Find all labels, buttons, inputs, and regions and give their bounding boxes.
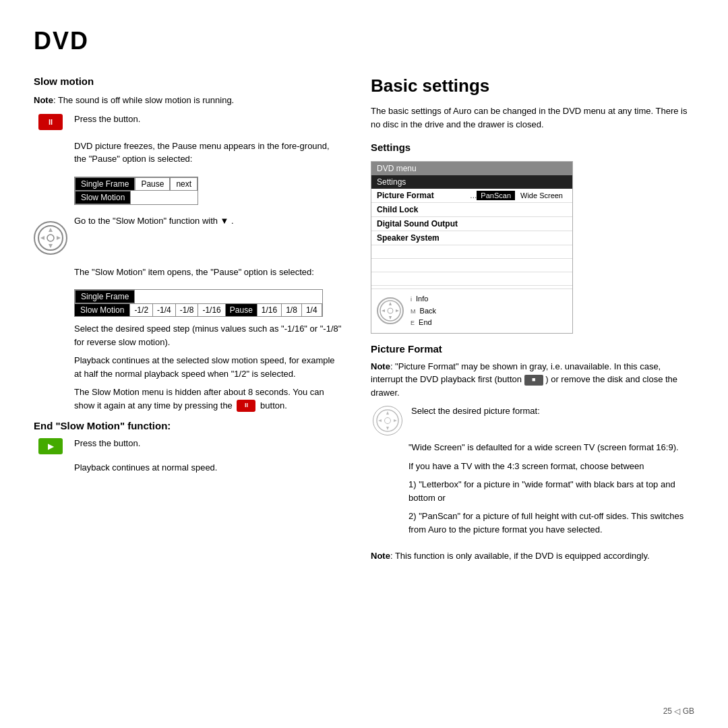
svg-marker-17 [394, 419, 397, 422]
press-end-text-col: Press the button. [74, 437, 344, 456]
dvd-nav-keys: i Info M Back E End [411, 293, 436, 329]
end-title: End "Slow Motion" function: [34, 420, 344, 431]
wide-screen-text: "Wide Screen" is defaulted for a wide sc… [408, 441, 694, 454]
svg-point-7 [388, 308, 393, 313]
dvd-nav-bottom: i Info M Back E End [371, 289, 572, 333]
slow-motion-note: Note: The sound is off while slow motion… [34, 94, 344, 107]
menu-cell-singleframe: Single Frame [75, 177, 135, 191]
svg-marker-2 [49, 228, 53, 232]
speed-14: 1/4 [302, 304, 322, 316]
nav-info: i Info [411, 293, 436, 305]
picture-format-title: Picture Format [371, 343, 694, 355]
speed-bar-bottom: Slow Motion -1/2 -1/4 -1/8 -1/16 Pause 1… [75, 304, 322, 316]
playback-normal-section: Playback continues at normal speed. [74, 461, 344, 475]
nav-circle-col [34, 214, 67, 260]
note-label: Note [34, 95, 53, 105]
right-intro: The basic settings of Auro can be change… [371, 104, 694, 131]
play-icon-col: ▶ [34, 437, 67, 454]
dvd-empty-row-3 [371, 272, 572, 286]
format-43-text: If you have a TV with the 4:3 screen for… [408, 460, 694, 473]
speed-m116: -1/16 [198, 304, 225, 316]
pf-nav-circle [373, 406, 402, 435]
select-format-text: Select the desired picture format: [411, 404, 694, 418]
svg-point-13 [385, 418, 391, 424]
note-text: : The sound is off while slow motion is … [53, 95, 234, 105]
svg-marker-15 [386, 427, 389, 430]
svg-marker-16 [378, 419, 382, 422]
speed-bar-top: Single Frame [75, 290, 322, 304]
svg-marker-14 [386, 411, 389, 415]
bottom-note-label: Note [371, 551, 390, 561]
dvd-row-digitalsound: Digital Sound Output [371, 217, 572, 231]
dvd-freeze-text: DVD picture freezes, the Pause menu appe… [74, 140, 344, 166]
pause-button[interactable]: II [38, 114, 63, 130]
content-columns: Slow motion Note: The sound is off while… [34, 75, 694, 708]
speakersystem-label: Speaker System [377, 233, 567, 243]
settings-subtitle: Settings [371, 142, 694, 153]
freeze-section: DVD picture freezes, the Pause menu appe… [74, 140, 344, 210]
pf-nav-icon-col [371, 404, 404, 435]
digitalsound-label: Digital Sound Output [377, 219, 567, 229]
pause-icon-col: II [34, 113, 67, 134]
speed-bar-label: Slow Motion [75, 304, 130, 316]
dvd-row-speakersystem: Speaker System [371, 231, 572, 245]
widescreen-option: Wide Screen [516, 191, 567, 200]
pf-dots: ... [470, 191, 477, 200]
page-number: 25 ◁ GB [663, 706, 694, 716]
speed-m12: -1/2 [130, 304, 153, 316]
left-column: Slow motion Note: The sound is off while… [34, 75, 344, 708]
dvd-empty-row-2 [371, 259, 572, 272]
menu-cell-pause: Pause [135, 177, 170, 191]
bottom-note: Note: This function is only available, i… [371, 549, 694, 563]
speed-m14: -1/4 [153, 304, 176, 316]
slow-motion-title: Slow motion [34, 75, 344, 87]
item-opens-text: The "Slow Motion" item opens, the "Pause… [74, 266, 344, 279]
format-descriptions: "Wide Screen" is defaulted for a wide sc… [408, 441, 694, 536]
pf-note-label: Note [371, 361, 390, 371]
bottom-note-text: : This function is only available, if th… [390, 551, 650, 561]
svg-point-1 [47, 235, 54, 241]
select-speed-text: Select the desired speed step (minus val… [74, 322, 344, 348]
svg-marker-9 [389, 316, 392, 320]
speed-m18: -1/8 [176, 304, 199, 316]
dvd-menu-header: DVD menu [371, 162, 572, 175]
pf-label: Picture Format [377, 191, 470, 200]
play-press-row: ▶ Press the button. [34, 437, 344, 456]
svg-marker-3 [49, 244, 53, 248]
nav-circle-icon [34, 221, 67, 255]
letterbox-text: 1) "Letterbox" for a picture in "wide fo… [408, 478, 694, 504]
select-format-row: Select the desired picture format: [371, 404, 694, 435]
dvd-nav-circle [377, 297, 404, 324]
menu-table-1: Single Frame Pause next Slow Motion [74, 177, 198, 205]
basic-settings-title: Basic settings [371, 75, 694, 96]
goto-text-col: Go to the "Slow Motion" function with ▼ … [74, 214, 344, 233]
svg-marker-4 [40, 236, 44, 240]
menu-cell-slowmotion: Slow Motion [75, 191, 131, 204]
end-section: End "Slow Motion" function: ▶ Press the … [34, 420, 344, 474]
playback-normal: Playback continues at normal speed. [74, 461, 344, 475]
pause-press-row: II Press the button. [34, 113, 344, 134]
menu-row-2: Slow Motion [75, 191, 198, 204]
press-button-text: Press the button. [74, 113, 344, 131]
speed-116: 1/16 [257, 304, 282, 316]
menu-cell-next: next [170, 177, 198, 191]
inline-pause-btn: II [237, 400, 255, 412]
play-button[interactable]: ▶ [38, 438, 63, 454]
svg-marker-8 [389, 302, 392, 305]
dvd-row-picture-format: Picture Format ... PanScan Wide Screen [371, 189, 572, 203]
page: DVD Slow motion Note: The sound is off w… [0, 0, 728, 728]
speed-single-frame: Single Frame [75, 290, 135, 303]
inline-stop-btn: ■ [524, 375, 543, 386]
pf-options: PanScan Wide Screen [477, 191, 567, 200]
picture-format-section: Picture Format Note: "Picture Format" ma… [371, 343, 694, 563]
panscan-option: PanScan [477, 191, 515, 200]
speed-18: 1/8 [282, 304, 302, 316]
go-to-text: Go to the "Slow Motion" function with ▼ … [74, 214, 344, 228]
speed-pause: Pause [226, 304, 257, 316]
dvd-row-childlock: Child Lock [371, 203, 572, 217]
item-opens-section: The "Slow Motion" item opens, the "Pause… [74, 266, 344, 413]
nav-goto-row: Go to the "Slow Motion" function with ▼ … [34, 214, 344, 260]
hidden-text: The Slow Motion menu is hidden after abo… [74, 386, 344, 412]
dvd-empty-row-1 [371, 245, 572, 259]
nav-end: E End [411, 317, 436, 329]
